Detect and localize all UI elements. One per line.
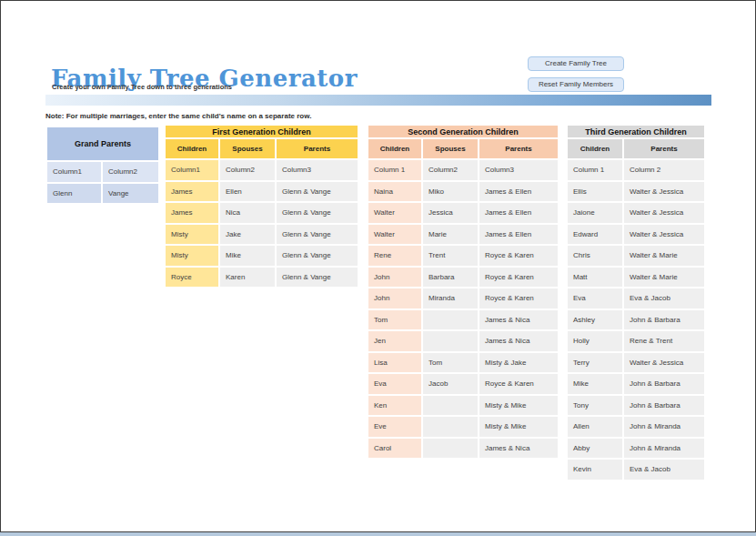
cell[interactable]: Column2 (220, 160, 275, 180)
cell[interactable]: Glenn & Vange (277, 246, 358, 266)
cell[interactable]: Eve (368, 417, 421, 437)
cell[interactable]: Column 2 (624, 160, 704, 180)
cell[interactable] (423, 439, 478, 459)
cell[interactable]: Kevin (568, 460, 622, 480)
cell[interactable]: Naina (368, 182, 421, 202)
table-row: Column 1Column2Column3 (368, 160, 558, 180)
cell[interactable]: Matt (568, 268, 622, 288)
cell[interactable]: James & Ellen (479, 225, 558, 245)
cell[interactable]: Misty (166, 246, 218, 266)
cell[interactable]: Mike (220, 246, 275, 266)
cell[interactable]: James (166, 182, 218, 202)
cell[interactable]: John & Miranda (624, 417, 704, 437)
cell[interactable]: Eva (368, 374, 421, 394)
cell[interactable]: Walter & Jessica (624, 182, 704, 202)
cell[interactable]: John & Barbara (624, 396, 704, 416)
cell[interactable]: Column2 (423, 160, 478, 180)
cell[interactable] (423, 396, 478, 416)
cell[interactable]: Royce & Karen (479, 288, 558, 308)
cell[interactable]: Rene (368, 246, 421, 266)
cell[interactable]: John (368, 268, 421, 288)
cell[interactable]: Royce & Karen (479, 268, 558, 288)
cell[interactable]: Royce (166, 268, 218, 288)
cell[interactable]: Walter & Marie (624, 246, 704, 266)
cell[interactable]: Ken (368, 396, 421, 416)
cell[interactable]: Barbara (423, 268, 478, 288)
cell[interactable]: Column3 (479, 160, 558, 180)
cell[interactable]: James & Nica (479, 331, 558, 351)
create-family-tree-button[interactable]: Create Family Tree (528, 56, 624, 71)
cell[interactable]: John & Miranda (624, 439, 704, 459)
cell[interactable]: Royce & Karen (479, 374, 558, 394)
cell[interactable]: Marie (423, 225, 478, 245)
cell[interactable]: Walter (368, 203, 421, 223)
cell[interactable]: Glenn & Vange (277, 182, 358, 202)
cell[interactable]: Royce & Karen (479, 246, 558, 266)
cell[interactable]: Misty & Jake (479, 353, 558, 373)
cell[interactable]: Miko (423, 182, 478, 202)
cell[interactable]: Jaione (568, 203, 622, 223)
cell[interactable]: Nica (220, 203, 275, 223)
cell[interactable]: Vange (103, 184, 158, 204)
cell[interactable]: Glenn & Vange (277, 225, 358, 245)
cell[interactable]: Walter (368, 225, 421, 245)
cell[interactable]: Glenn & Vange (277, 268, 358, 288)
cell[interactable]: Eva & Jacob (624, 288, 704, 308)
cell[interactable]: Tony (568, 396, 622, 416)
cell[interactable]: Karen (220, 268, 275, 288)
reset-family-members-button[interactable]: Reset Family Members (528, 77, 624, 92)
cell[interactable]: Tom (423, 353, 478, 373)
cell[interactable]: Ellis (568, 182, 622, 202)
cell[interactable]: Lisa (368, 353, 421, 373)
cell[interactable]: Walter & Jessica (624, 203, 704, 223)
cell[interactable]: Jacob (423, 374, 478, 394)
cell[interactable]: Column1 (166, 160, 218, 180)
table-row: EdwardWalter & Jessica (568, 225, 704, 245)
cell[interactable]: Holly (568, 331, 622, 351)
cell[interactable]: Jake (220, 225, 275, 245)
cell[interactable]: James & Nica (479, 439, 558, 459)
cell[interactable]: Column 1 (568, 160, 622, 180)
cell[interactable]: Walter & Marie (624, 268, 704, 288)
cell[interactable] (423, 310, 478, 330)
cell[interactable]: James & Ellen (479, 182, 558, 202)
cell[interactable]: Column2 (103, 162, 158, 182)
cell[interactable]: Misty & Mike (479, 396, 558, 416)
cell[interactable] (423, 331, 478, 351)
cell[interactable]: John (368, 288, 421, 308)
cell[interactable]: Jessica (423, 203, 478, 223)
cell[interactable]: Trent (423, 246, 478, 266)
cell[interactable]: Jen (368, 331, 421, 351)
cell[interactable]: Mike (568, 374, 622, 394)
cell[interactable]: Chris (568, 246, 622, 266)
cell[interactable]: John & Barbara (624, 310, 704, 330)
cell[interactable]: Carol (368, 439, 421, 459)
cell[interactable]: Rene & Trent (624, 331, 704, 351)
cell[interactable]: Column3 (277, 160, 358, 180)
cell[interactable]: Walter & Jessica (624, 353, 704, 373)
cell[interactable]: Allen (568, 417, 622, 437)
cell[interactable]: Ellen (220, 182, 275, 202)
cell[interactable]: Walter & Jessica (624, 225, 704, 245)
cell[interactable]: James & Ellen (479, 203, 558, 223)
cell[interactable]: Terry (568, 353, 622, 373)
cell[interactable]: Ashley (568, 310, 622, 330)
cell[interactable]: Misty (166, 225, 218, 245)
cell[interactable]: Column1 (47, 162, 101, 182)
cell[interactable]: Glenn (47, 184, 101, 204)
cell[interactable]: Abby (568, 439, 622, 459)
cell[interactable]: James & Nica (479, 310, 558, 330)
cell[interactable]: Tom (368, 310, 421, 330)
cell[interactable]: Eva & Jacob (624, 460, 704, 480)
table-row: Column1Column2 (47, 162, 158, 182)
cell[interactable] (423, 417, 478, 437)
cell[interactable]: Column 1 (368, 160, 421, 180)
cell[interactable]: Miranda (423, 288, 478, 308)
cell[interactable]: Glenn & Vange (277, 203, 358, 223)
cell[interactable]: Edward (568, 225, 622, 245)
cell[interactable]: James (166, 203, 218, 223)
cell[interactable]: John & Barbara (624, 374, 704, 394)
cell[interactable]: Eva (568, 288, 622, 308)
cell[interactable]: Misty & Mike (479, 417, 558, 437)
table-row: JaioneWalter & Jessica (568, 203, 704, 223)
